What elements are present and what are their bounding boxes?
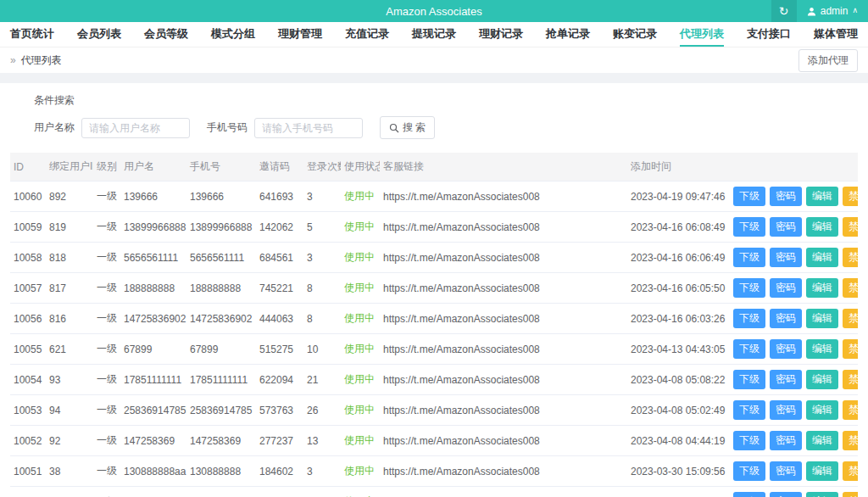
cell-created_at: 2023-04-08 04:44:19 <box>627 426 726 456</box>
cell-actions: 下级密码编辑禁用 <box>726 304 858 334</box>
nav-item-3[interactable]: 会员等级 <box>144 22 188 47</box>
sublevel-button[interactable]: 下级 <box>733 217 765 237</box>
disable-button[interactable]: 禁用 <box>843 217 858 237</box>
nav-item-4[interactable]: 模式分组 <box>211 22 255 47</box>
cell-actions: 下级密码编辑禁用 <box>726 212 858 243</box>
cell-login_count: 8 <box>303 273 341 304</box>
edit-button[interactable]: 编辑 <box>806 492 838 497</box>
cell-id: 10058 <box>10 243 46 273</box>
nav-item-6[interactable]: 充值记录 <box>345 22 389 47</box>
sublevel-button[interactable]: 下级 <box>733 370 765 389</box>
password-button[interactable]: 密码 <box>770 248 802 267</box>
disable-button[interactable]: 禁用 <box>843 492 858 497</box>
nav-item-7[interactable]: 提现记录 <box>412 22 456 47</box>
cell-login_count: 3 <box>303 456 341 487</box>
sublevel-button[interactable]: 下级 <box>733 431 765 450</box>
username-input[interactable] <box>81 118 190 138</box>
sublevel-button[interactable]: 下级 <box>733 187 765 206</box>
edit-button[interactable]: 编辑 <box>806 187 838 206</box>
nav-item-12[interactable]: 支付接口 <box>747 22 791 47</box>
breadcrumb-bar: » 代理列表 添加代理 <box>0 47 868 73</box>
sublevel-button[interactable]: 下级 <box>733 492 765 497</box>
cell-username: 13899966888 <box>120 212 186 243</box>
table-row: 1005033一级00067324691使用中00062023-03-15 14… <box>10 487 858 497</box>
search-button[interactable]: 搜 索 <box>380 116 435 139</box>
edit-button[interactable]: 编辑 <box>806 461 838 481</box>
user-icon <box>807 7 816 16</box>
sublevel-button[interactable]: 下级 <box>733 248 765 267</box>
table-row: 10060892一级1396661396666416933使用中https://… <box>10 181 858 212</box>
cell-service_link: 0006 <box>380 487 627 497</box>
password-button[interactable]: 密码 <box>770 278 802 298</box>
cell-phone: 67899 <box>186 334 256 365</box>
search-button-label: 搜 索 <box>403 120 426 135</box>
edit-button[interactable]: 编辑 <box>806 217 838 237</box>
cell-status: 使用中 <box>341 243 380 273</box>
disable-button[interactable]: 禁用 <box>843 248 858 267</box>
cell-service_link: https://t.me/AmazonAssociates008 <box>380 426 627 456</box>
cell-phone: 13899966888 <box>186 212 256 243</box>
cell-actions: 下级密码编辑禁用 <box>726 273 858 304</box>
cell-created_at: 2023-04-08 05:08:22 <box>627 365 726 395</box>
password-button[interactable]: 密码 <box>770 187 802 206</box>
refresh-icon[interactable]: ↻ <box>771 0 797 22</box>
nav-item-8[interactable]: 理财记录 <box>479 22 523 47</box>
sublevel-button[interactable]: 下级 <box>733 309 765 328</box>
nav-item-9[interactable]: 抢单记录 <box>546 22 590 47</box>
cell-bind_id: 817 <box>46 273 93 304</box>
cell-invite_code: 277237 <box>256 426 303 456</box>
password-button[interactable]: 密码 <box>770 217 802 237</box>
disable-button[interactable]: 禁用 <box>843 278 858 298</box>
nav-item-5[interactable]: 理财管理 <box>278 22 322 47</box>
cell-username: 5656561111 <box>120 243 186 273</box>
nav-item-13[interactable]: 媒体管理 <box>814 22 858 47</box>
sublevel-button[interactable]: 下级 <box>733 461 765 481</box>
password-button[interactable]: 密码 <box>770 461 802 481</box>
edit-button[interactable]: 编辑 <box>806 309 838 328</box>
edit-button[interactable]: 编辑 <box>806 339 838 359</box>
cell-actions: 下级密码编辑禁用 <box>726 487 858 497</box>
sublevel-button[interactable]: 下级 <box>733 400 765 420</box>
edit-button[interactable]: 编辑 <box>806 278 838 298</box>
cell-username: 188888888 <box>120 273 186 304</box>
password-button[interactable]: 密码 <box>770 370 802 389</box>
edit-button[interactable]: 编辑 <box>806 248 838 267</box>
cell-bind_id: 819 <box>46 212 93 243</box>
table-row: 10056816一级14725836902147258369024440638使… <box>10 304 858 334</box>
edit-button[interactable]: 编辑 <box>806 400 838 420</box>
user-menu[interactable]: admin ∧ <box>797 0 868 22</box>
disable-button[interactable]: 禁用 <box>843 187 858 206</box>
cell-level: 一级 <box>93 273 120 304</box>
disable-button[interactable]: 禁用 <box>843 431 858 450</box>
column-header-actions <box>726 153 858 181</box>
nav-item-2[interactable]: 会员列表 <box>77 22 121 47</box>
password-button[interactable]: 密码 <box>770 492 802 497</box>
cell-id: 10053 <box>10 395 46 426</box>
password-button[interactable]: 密码 <box>770 339 802 359</box>
sublevel-button[interactable]: 下级 <box>733 278 765 298</box>
password-button[interactable]: 密码 <box>770 400 802 420</box>
password-button[interactable]: 密码 <box>770 431 802 450</box>
cell-status: 使用中 <box>341 273 380 304</box>
cell-actions: 下级密码编辑禁用 <box>726 426 858 456</box>
cell-created_at: 2023-04-19 09:47:46 <box>627 181 726 212</box>
table-row: 1005292一级14725836914725836927723713使用中ht… <box>10 426 858 456</box>
nav-item-11[interactable]: 代理列表 <box>680 22 724 47</box>
cell-level: 一级 <box>93 426 120 456</box>
nav-item-10[interactable]: 账变记录 <box>613 22 657 47</box>
cell-created_at: 2023-04-08 05:02:49 <box>627 395 726 426</box>
cell-username: 139666 <box>120 181 186 212</box>
cell-login_count: 1 <box>303 487 341 497</box>
sublevel-button[interactable]: 下级 <box>733 339 765 359</box>
disable-button[interactable]: 禁用 <box>843 370 858 389</box>
edit-button[interactable]: 编辑 <box>806 431 838 450</box>
disable-button[interactable]: 禁用 <box>843 309 858 328</box>
edit-button[interactable]: 编辑 <box>806 370 838 389</box>
disable-button[interactable]: 禁用 <box>843 339 858 359</box>
phone-input[interactable] <box>254 118 363 138</box>
add-agent-button[interactable]: 添加代理 <box>798 49 858 72</box>
nav-item-1[interactable]: 首页统计 <box>10 22 54 47</box>
password-button[interactable]: 密码 <box>770 309 802 328</box>
disable-button[interactable]: 禁用 <box>843 461 858 481</box>
disable-button[interactable]: 禁用 <box>843 400 858 420</box>
